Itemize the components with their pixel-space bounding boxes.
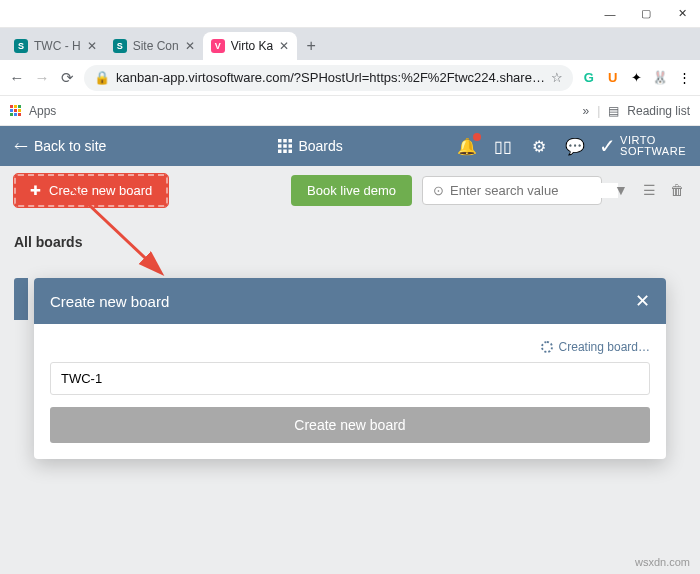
browser-tabstrip: S TWC - H ✕ S Site Con ✕ V Virto Ka ✕ +	[0, 28, 700, 60]
tab-close-icon[interactable]: ✕	[185, 39, 195, 53]
board-card-edge	[14, 278, 28, 320]
app-toolbar: ✚ Create new board Book live demo ⊙ ▼ ☰ …	[0, 166, 700, 214]
create-label: Create new board	[49, 183, 152, 198]
tab-title: Virto Ka	[231, 39, 273, 53]
boards-link[interactable]: Boards	[278, 138, 342, 154]
window-maximize[interactable]: ▢	[628, 0, 664, 28]
bookmarks-bar: Apps » | ▤ Reading list	[0, 96, 700, 126]
menu-icon[interactable]: ⋮	[676, 68, 692, 88]
grammarly-icon[interactable]: G	[581, 68, 597, 88]
browser-toolbar: ← → ⟳ 🔒 kanban-app.virtosoftware.com/?SP…	[0, 60, 700, 96]
lock-icon: 🔒	[94, 70, 110, 85]
svg-rect-2	[289, 139, 293, 143]
filter-icon[interactable]: ▼	[612, 182, 630, 198]
notifications-icon[interactable]: 🔔	[455, 137, 479, 156]
svg-rect-7	[284, 150, 288, 154]
forward-button[interactable]: →	[33, 67, 50, 89]
reload-button[interactable]: ⟳	[59, 67, 76, 89]
profile-icon[interactable]: 🐰	[652, 68, 668, 88]
svg-rect-3	[278, 144, 282, 148]
create-board-modal: Create new board ✕ Creating board… Creat…	[34, 278, 666, 459]
grid-icon	[278, 139, 292, 153]
delete-icon[interactable]: 🗑	[668, 182, 686, 198]
address-bar[interactable]: 🔒 kanban-app.virtosoftware.com/?SPHostUr…	[84, 65, 573, 91]
sharepoint-icon: S	[14, 39, 28, 53]
boards-label: Boards	[298, 138, 342, 154]
star-icon[interactable]: ☆	[551, 70, 563, 85]
virto-logo: ✓ VIRTOSOFTWARE	[599, 135, 686, 157]
spinner-icon	[541, 341, 553, 353]
watermark: wsxdn.com	[635, 556, 690, 568]
search-input[interactable]	[450, 183, 618, 198]
create-board-submit[interactable]: Create new board	[50, 407, 650, 443]
ubersuggest-icon[interactable]: U	[605, 68, 621, 88]
sharepoint-icon: S	[113, 39, 127, 53]
svg-rect-1	[284, 139, 288, 143]
overflow-icon[interactable]: »	[582, 104, 589, 118]
notification-badge	[473, 133, 481, 141]
extensions-icon[interactable]: ✦	[628, 68, 644, 88]
app-topbar: 🡐 Back to site Boards 🔔 ▯▯ ⚙ 💬 ✓ VIRTOSO…	[0, 126, 700, 166]
svg-rect-4	[284, 144, 288, 148]
reading-list-label[interactable]: Reading list	[627, 104, 690, 118]
back-label: Back to site	[34, 138, 106, 154]
search-box[interactable]: ⊙	[422, 176, 602, 205]
guide-icon[interactable]: ▯▯	[491, 137, 515, 156]
logo-mark-icon: ✓	[599, 141, 617, 152]
modal-title: Create new board	[50, 293, 169, 310]
search-icon: ⊙	[433, 183, 444, 198]
virto-icon: V	[211, 39, 225, 53]
tab-title: TWC - H	[34, 39, 81, 53]
book-demo-button[interactable]: Book live demo	[291, 175, 412, 206]
settings-icon[interactable]: ⚙	[527, 137, 551, 156]
creating-status: Creating board…	[50, 340, 650, 354]
url-text: kanban-app.virtosoftware.com/?SPHostUrl=…	[116, 70, 545, 85]
back-to-site-link[interactable]: 🡐 Back to site	[14, 138, 106, 154]
create-new-board-button[interactable]: ✚ Create new board	[14, 174, 168, 207]
svg-rect-0	[278, 139, 282, 143]
svg-rect-8	[289, 150, 293, 154]
reading-list-icon[interactable]: ▤	[608, 104, 619, 118]
apps-icon[interactable]	[10, 105, 21, 116]
modal-header: Create new board ✕	[34, 278, 666, 324]
chat-icon[interactable]: 💬	[563, 137, 587, 156]
list-icon[interactable]: ☰	[640, 182, 658, 198]
back-button[interactable]: ←	[8, 67, 25, 89]
svg-rect-5	[289, 144, 293, 148]
svg-rect-6	[278, 150, 282, 154]
board-name-input[interactable]	[50, 362, 650, 395]
modal-close-button[interactable]: ✕	[635, 290, 650, 312]
browser-tab-active[interactable]: V Virto Ka ✕	[203, 32, 297, 60]
window-close[interactable]: ✕	[664, 0, 700, 28]
new-tab-button[interactable]: +	[297, 32, 325, 60]
browser-tab[interactable]: S TWC - H ✕	[6, 32, 105, 60]
all-boards-heading: All boards	[14, 234, 686, 250]
tab-close-icon[interactable]: ✕	[87, 39, 97, 53]
apps-label[interactable]: Apps	[29, 104, 56, 118]
browser-tab[interactable]: S Site Con ✕	[105, 32, 203, 60]
tab-close-icon[interactable]: ✕	[279, 39, 289, 53]
plus-icon: ✚	[30, 183, 41, 198]
arrow-left-icon: 🡐	[14, 138, 28, 154]
window-titlebar: — ▢ ✕	[0, 0, 700, 28]
modal-body: Creating board… Create new board	[34, 324, 666, 459]
window-minimize[interactable]: —	[592, 0, 628, 28]
tab-title: Site Con	[133, 39, 179, 53]
